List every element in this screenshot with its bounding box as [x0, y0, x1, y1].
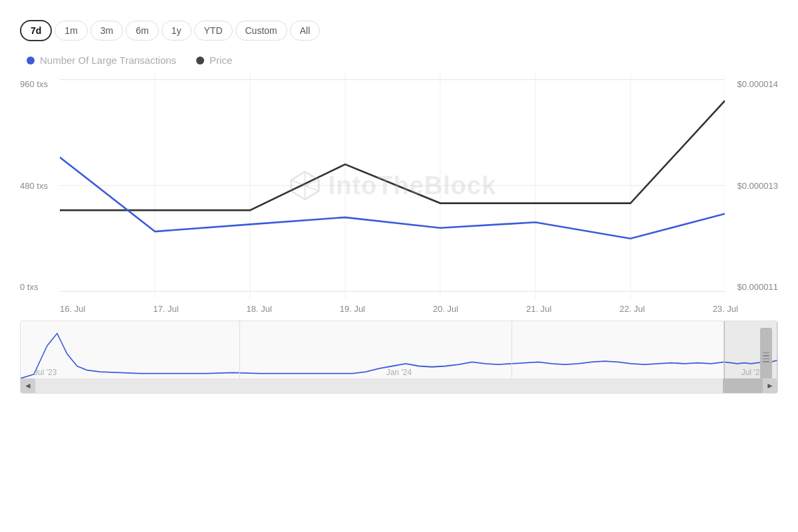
handle-line-2	[763, 355, 769, 356]
scroll-left-button[interactable]: ◄	[21, 378, 35, 393]
y-left-top: 960 txs	[20, 79, 60, 89]
y-right-middle: $0.000013	[725, 181, 778, 191]
x-label-6: 22. Jul	[619, 304, 644, 314]
x-axis: 16. Jul 17. Jul 18. Jul 19. Jul 20. Jul …	[20, 300, 778, 314]
navigator-x-labels: Jul '23 Jan '24 Jul '24	[21, 368, 777, 377]
y-axis-right: $0.000014 $0.000013 $0.000011	[725, 72, 778, 299]
navigator-chart[interactable]: Jul '23 Jan '24 Jul '24 ◄ ►	[20, 321, 778, 394]
x-label-1: 17. Jul	[153, 304, 178, 314]
scroll-right-button[interactable]: ►	[763, 378, 777, 393]
handle-line-3	[763, 358, 769, 360]
time-btn-1y[interactable]: 1y	[162, 21, 192, 41]
time-btn-1m[interactable]: 1m	[55, 21, 87, 41]
legend-dot-transactions	[27, 57, 35, 65]
x-label-5: 21. Jul	[526, 304, 551, 314]
x-label-2: 18. Jul	[246, 304, 271, 314]
chart-lines-svg	[60, 72, 725, 299]
time-btn-6m[interactable]: 6m	[126, 21, 158, 41]
scroll-track[interactable]	[35, 378, 763, 393]
y-left-bottom: 0 txs	[20, 282, 60, 292]
legend-price: Price	[196, 55, 232, 66]
main-chart: 960 txs 480 txs 0 txs $0.000014 $0.00001…	[20, 72, 778, 299]
time-btn-3m[interactable]: 3m	[90, 21, 123, 41]
y-axis-left: 960 txs 480 txs 0 txs	[20, 72, 60, 299]
time-btn-ytd[interactable]: YTD	[194, 21, 233, 41]
legend-label-price: Price	[209, 55, 232, 66]
navigator-scrollbar[interactable]: ◄ ►	[21, 378, 777, 393]
legend-label-transactions: Number Of Large Transactions	[40, 55, 176, 66]
legend-dot-price	[196, 57, 204, 65]
time-btn-7d[interactable]: 7d	[20, 20, 52, 41]
y-right-top: $0.000014	[725, 79, 778, 89]
price-line	[60, 101, 725, 211]
time-btn-custom[interactable]: Custom	[235, 21, 287, 41]
scroll-thumb[interactable]	[723, 378, 763, 393]
chart-svg-area: IntoTheBlock	[60, 72, 725, 299]
time-btn-all[interactable]: All	[290, 21, 321, 41]
navigator-handle[interactable]	[760, 328, 772, 386]
x-label-0: 16. Jul	[60, 304, 85, 314]
main-chart-wrapper: 960 txs 480 txs 0 txs $0.000014 $0.00001…	[20, 72, 778, 394]
handle-line-4	[763, 361, 769, 362]
nav-label-jan24: Jan '24	[386, 368, 412, 377]
y-left-middle: 480 txs	[20, 181, 60, 191]
navigator-handle-grip	[763, 352, 769, 362]
legend-transactions: Number Of Large Transactions	[27, 55, 176, 66]
y-right-bottom: $0.000011	[725, 282, 778, 292]
x-label-3: 19. Jul	[340, 304, 365, 314]
nav-label-jul23: Jul '23	[34, 368, 57, 377]
handle-line-1	[763, 352, 769, 354]
transactions-line	[60, 158, 725, 239]
chart-legend: Number Of Large Transactions Price	[27, 55, 778, 66]
x-label-4: 20. Jul	[433, 304, 458, 314]
time-range-selector: 7d 1m 3m 6m 1y YTD Custom All	[20, 20, 778, 41]
x-label-7: 23. Jul	[713, 304, 738, 314]
